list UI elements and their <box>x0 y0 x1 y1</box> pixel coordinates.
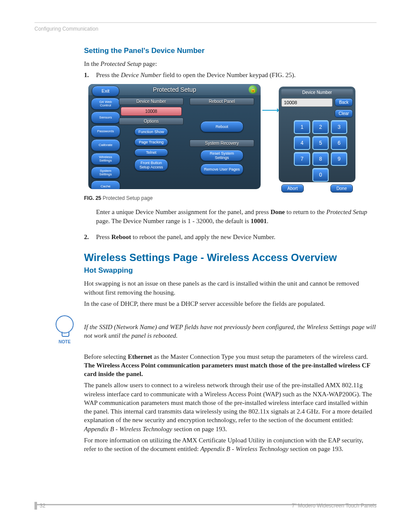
keypad-clear-button[interactable]: Clear <box>335 109 353 118</box>
device-number-keypad: Device Number 10008 Back Clear 1 2 3 4 5… <box>279 87 355 182</box>
heading-device-number: Setting the Panel's Device Number <box>84 47 377 55</box>
wap-c: section on page 193. <box>172 426 227 432</box>
page-number: 32 <box>40 503 45 509</box>
note-label: NOTE <box>53 339 77 344</box>
intro-post: page: <box>141 60 157 67</box>
group-device-number: Device Number <box>119 98 184 105</box>
wap-paragraph: The panels allow users to connect to a w… <box>84 381 377 433</box>
step-2-num: 2. <box>84 233 96 241</box>
panel-col-left: Device Number 10008 Options Function Sho… <box>119 98 183 172</box>
side-g4web[interactable]: G4 Web Control <box>91 98 120 110</box>
panel-col-right: Reboot Panel Reboot System Recovery Rese… <box>190 98 254 176</box>
key-3[interactable]: 3 <box>331 120 347 134</box>
key-6[interactable]: 6 <box>331 136 347 150</box>
step-2-text: Press Reboot to reboot the panel, and ap… <box>96 233 275 241</box>
arrow-icon <box>262 110 278 111</box>
intro-ital: Protected Setup <box>100 60 141 67</box>
figure-caption-text: Protected Setup page <box>101 195 153 201</box>
step-2: 2. Press Reboot to reboot the panel, and… <box>84 233 377 241</box>
step-list: 1. Press the Device Number field to open… <box>84 71 377 79</box>
keypad-value-field[interactable]: 10008 <box>281 98 333 107</box>
reset-system-button[interactable]: Reset System Settings <box>200 150 243 161</box>
wap-a: The panels allow users to connect to a w… <box>84 382 372 423</box>
device-number-field[interactable]: 10008 <box>121 107 182 116</box>
s1b-e: Protected Setup <box>326 208 367 215</box>
s1-a: Press the <box>96 72 121 78</box>
footer-title: 7" Modero Widescreen Touch Panels <box>292 503 377 509</box>
exit-button[interactable]: Exit <box>92 86 119 96</box>
s1-c: field to open the Device Number keypad (… <box>161 72 296 78</box>
figure-number: FIG. 25 <box>84 195 101 201</box>
side-system[interactable]: System Settings <box>91 167 120 179</box>
step-1-text: Press the Device Number field to open th… <box>96 71 296 79</box>
intro-pre: In the <box>84 60 100 67</box>
group-options: Options <box>119 118 184 125</box>
remove-pages-button[interactable]: Remove User Pages <box>200 164 243 175</box>
s1b-d: to return to the <box>285 208 326 215</box>
protected-setup-panel: Exit Protected Setup 🔒 G4 Web Control Se… <box>88 84 261 189</box>
step-1: 1. Press the Device Number field to open… <box>84 71 377 79</box>
panel-sidenav: G4 Web Control Sensors Passwords Calibra… <box>91 98 116 189</box>
eth-a: Before selecting <box>84 353 128 360</box>
page: Configuring Communication Setting the Pa… <box>0 0 411 532</box>
key-7[interactable]: 7 <box>294 152 310 166</box>
key-9[interactable]: 9 <box>331 152 347 166</box>
note-text: If the SSID (Network Name) and WEP field… <box>84 323 377 340</box>
keypad-grid: 1 2 3 4 5 6 7 8 9 0 <box>294 120 340 182</box>
body-column: Setting the Panel's Device Number In the… <box>84 47 377 456</box>
hot-swap-p1: Hot swapping is not an issue on these pa… <box>84 279 377 297</box>
s2-b: Reboot <box>111 233 131 240</box>
eth-d: The Wireless Access Point communication … <box>84 362 370 377</box>
s2-c: to reboot the panel, and apply the new D… <box>131 233 275 240</box>
footer-bar-icon <box>34 502 37 510</box>
s1b-f: page. The Device Number range is 1 - 320… <box>96 218 251 224</box>
step-1-continued: Enter a unique Device Number assignment … <box>96 208 377 227</box>
panel-header: Exit Protected Setup 🔒 <box>88 84 261 95</box>
s2-a: Press <box>96 233 111 240</box>
keypad-done-button[interactable]: Done <box>330 184 353 193</box>
header-rule <box>34 22 377 23</box>
side-wireless[interactable]: Wireless Settings <box>91 153 120 165</box>
key-2[interactable]: 2 <box>312 120 329 134</box>
s1b-c: and press <box>245 208 271 215</box>
s1b-done: Done <box>271 208 285 215</box>
opt-function-show[interactable]: Function Show <box>134 128 168 136</box>
side-calibrate[interactable]: Calibrate <box>91 139 120 151</box>
keypad-back-button[interactable]: Back <box>335 98 353 106</box>
cert-paragraph: For more information on utilizing the AM… <box>84 436 377 454</box>
key-4[interactable]: 4 <box>294 136 310 150</box>
s1b-g: 10001 <box>251 218 267 224</box>
s1b-h: . <box>267 218 268 224</box>
note-icon: NOTE <box>53 315 77 344</box>
s1-b: Device Number <box>121 72 162 78</box>
key-8[interactable]: 8 <box>312 152 329 166</box>
lock-icon[interactable]: 🔒 <box>249 85 257 94</box>
key-5[interactable]: 5 <box>312 136 329 150</box>
group-reboot: Reboot Panel <box>190 98 254 105</box>
cert-c: section on page 193. <box>289 445 343 452</box>
step-list-2: 2. Press Reboot to reboot the panel, and… <box>84 233 377 241</box>
cert-b: Appendix B - Wireless Technology <box>200 445 289 452</box>
key-1[interactable]: 1 <box>294 120 310 134</box>
figure-25: Exit Protected Setup 🔒 G4 Web Control Se… <box>84 84 377 191</box>
intro-line: In the Protected Setup page: <box>84 59 377 68</box>
key-0[interactable]: 0 <box>312 168 329 182</box>
running-header: Configuring Communication <box>34 26 98 32</box>
hot-swap-p2: In the case of DHCP, there must be a DHC… <box>84 299 377 308</box>
opt-page-tracking[interactable]: Page Tracking <box>134 138 168 146</box>
opt-front-button[interactable]: Front Button Setup Access <box>134 159 168 171</box>
side-cache[interactable]: Cache <box>91 180 120 189</box>
opt-telnet[interactable]: Telnet <box>134 149 168 156</box>
ethernet-paragraph: Before selecting Ethernet as the Master … <box>84 352 377 379</box>
wap-b: Appendix B - Wireless Technology <box>84 426 172 432</box>
s1b-a: Enter a unique Device Number assignment … <box>96 208 241 215</box>
step-1-num: 1. <box>84 71 96 79</box>
figure-caption: FIG. 25 Protected Setup page <box>84 195 377 201</box>
heading-hot-swapping: Hot Swapping <box>84 266 377 275</box>
side-passwords[interactable]: Passwords <box>91 125 120 137</box>
keypad-title: Device Number <box>281 89 353 96</box>
reboot-button[interactable]: Reboot <box>200 121 243 132</box>
side-sensors[interactable]: Sensors <box>91 112 120 124</box>
group-system-recovery: System Recovery <box>190 140 254 147</box>
keypad-abort-button[interactable]: Abort <box>281 184 304 193</box>
